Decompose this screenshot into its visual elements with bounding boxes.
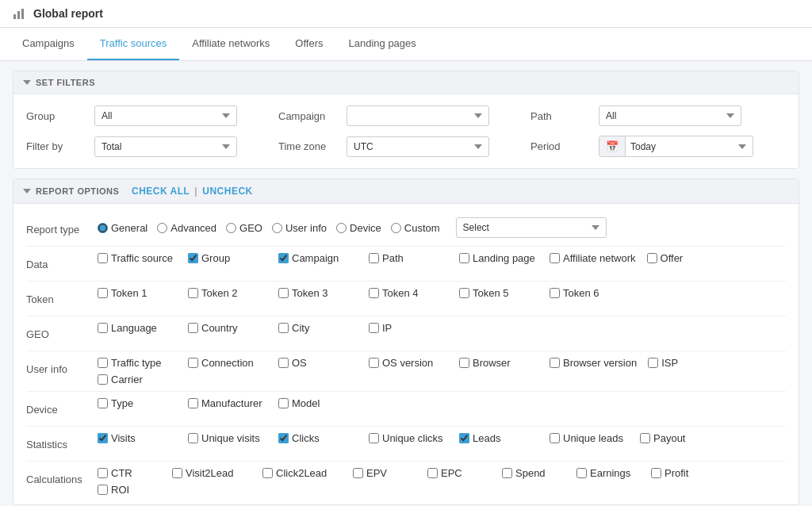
cb-ctr[interactable]: CTR [98,467,161,479]
cb-connection[interactable]: Connection [188,357,267,369]
radio-geo[interactable]: GEO [226,222,262,234]
report-options-header[interactable]: REPORT OPTIONS Check all | Uncheck [13,179,799,204]
cb-token3[interactable]: Token 3 [278,287,358,299]
cb-clicks[interactable]: Clicks [278,432,358,444]
userinfo-row-label: User info [26,357,98,380]
cb-spend[interactable]: Spend [502,467,565,479]
cb-language[interactable]: Language [98,322,177,334]
cb-payout[interactable]: Payout [640,432,719,444]
cb-unique-clicks[interactable]: Unique clicks [369,432,448,444]
report-options-label: REPORT OPTIONS [36,186,119,196]
set-filters-header[interactable]: SET FILTERS [13,71,799,94]
cb-earnings[interactable]: Earnings [576,467,640,479]
report-options-section: REPORT OPTIONS Check all | Uncheck Repor… [13,178,799,505]
radio-custom[interactable]: Custom [391,222,440,234]
period-wrapper: 📅 Today [599,136,753,157]
geo-row: GEO Language Country City IP [26,316,786,351]
calculations-row-label: Calculations [26,467,98,490]
svg-rect-0 [13,14,16,19]
path-label: Path [530,110,586,122]
calculations-row: Calculations CTR Visit2Lead Click2Lead E… [26,462,786,501]
cb-token4[interactable]: Token 4 [369,287,448,299]
cb-campaign[interactable]: Campaign [278,252,358,264]
radio-advanced[interactable]: Advanced [157,222,216,234]
radio-userinfo[interactable]: User info [272,222,327,234]
tab-affiliate-networks[interactable]: Affiliate networks [179,28,282,60]
cb-offer[interactable]: Offer [647,252,726,264]
cb-affiliate-network[interactable]: Affiliate network [550,252,636,264]
statistics-row: Statistics Visits Unique visits Clicks U… [26,427,786,462]
userinfo-checkboxes: Traffic type Connection OS OS version Br… [98,357,786,385]
cb-roi[interactable]: ROI [98,484,161,496]
cb-os-version[interactable]: OS version [369,357,448,369]
cb-model[interactable]: Model [278,397,358,409]
filterby-label: Filter by [26,140,82,152]
tab-campaigns[interactable]: Campaigns [10,28,87,60]
custom-select[interactable]: Select [456,217,607,238]
data-row-label: Data [26,252,98,275]
set-filters-label: SET FILTERS [36,78,95,87]
period-label: Period [530,140,586,152]
cb-city[interactable]: City [278,322,358,334]
cb-browser[interactable]: Browser [459,357,538,369]
cb-token2[interactable]: Token 2 [188,287,267,299]
chevron-down-icon2 [23,189,31,194]
cb-carrier[interactable]: Carrier [98,374,177,385]
device-row-label: Device [26,397,98,420]
campaign-label: Campaign [278,110,334,122]
cb-unique-visits[interactable]: Unique visits [188,432,267,444]
cb-type[interactable]: Type [98,397,177,409]
cb-landing-page[interactable]: Landing page [459,252,538,264]
cb-epv[interactable]: EPV [353,467,416,479]
cb-browser-version[interactable]: Browser version [550,357,637,369]
chart-icon [13,6,27,21]
cb-isp[interactable]: ISP [648,357,727,369]
svg-rect-2 [21,9,24,19]
check-all-link[interactable]: Check all [132,186,190,197]
cb-country[interactable]: Country [188,322,267,334]
tab-bar: Campaigns Traffic sources Affiliate netw… [0,28,812,61]
filterby-select[interactable]: Total [94,136,237,157]
campaign-select[interactable] [347,105,489,126]
tab-offers[interactable]: Offers [282,28,335,60]
group-select[interactable]: All [94,105,237,126]
tab-traffic-sources[interactable]: Traffic sources [87,28,180,60]
calculations-checkboxes: CTR Visit2Lead Click2Lead EPV EPC Spend … [98,467,786,496]
cb-visit2lead[interactable]: Visit2Lead [172,467,251,479]
divider: | [194,186,197,197]
page-title: Global report [33,7,103,20]
cb-traffic-type[interactable]: Traffic type [98,357,177,369]
cb-click2lead[interactable]: Click2Lead [262,467,342,479]
cb-ip[interactable]: IP [369,322,448,334]
cb-path[interactable]: Path [369,252,448,264]
cb-visits[interactable]: Visits [98,432,177,444]
cb-traffic-source[interactable]: Traffic source [98,252,177,264]
timezone-select[interactable]: UTC [347,136,489,157]
cb-unique-leads[interactable]: Unique leads [550,432,629,444]
cb-profit[interactable]: Profit [651,467,714,479]
cb-epc[interactable]: EPC [427,467,491,479]
tab-landing-pages[interactable]: Landing pages [336,28,429,60]
radio-device[interactable]: Device [336,222,381,234]
timezone-label: Time zone [278,140,334,152]
statistics-row-label: Statistics [26,432,98,455]
uncheck-link[interactable]: Uncheck [202,186,253,197]
cb-manufacturer[interactable]: Manufacturer [188,397,267,409]
cb-group[interactable]: Group [188,252,267,264]
cb-token1[interactable]: Token 1 [98,287,177,299]
cb-os[interactable]: OS [278,357,358,369]
cb-token6[interactable]: Token 6 [550,287,629,299]
geo-checkboxes: Language Country City IP [98,322,786,334]
period-select[interactable]: Today [626,137,753,156]
cb-token5[interactable]: Token 5 [459,287,538,299]
path-select[interactable]: All [599,105,741,126]
report-type-row: Report type General Advanced GEO User in… [26,212,786,247]
calendar-icon: 📅 [599,136,626,156]
radio-general[interactable]: General [98,222,147,234]
report-type-options: General Advanced GEO User info Device [98,217,786,238]
cb-leads[interactable]: Leads [459,432,538,444]
statistics-checkboxes: Visits Unique visits Clicks Unique click… [98,432,786,444]
chevron-down-icon [23,80,31,85]
token-row: Token Token 1 Token 2 Token 3 Token 4 To… [26,282,786,316]
userinfo-row: User info Traffic type Connection OS OS … [26,351,786,392]
